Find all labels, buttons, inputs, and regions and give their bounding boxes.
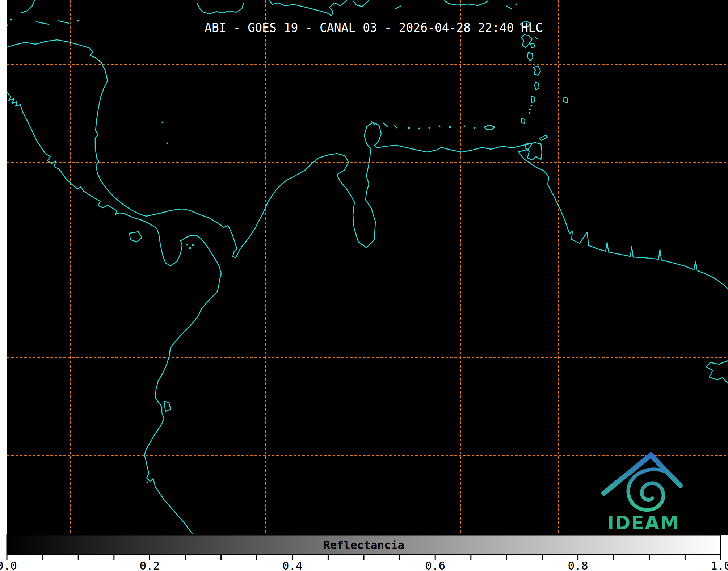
colorbar-tick-label: 0.0 bbox=[0, 559, 17, 571]
island-dot bbox=[192, 244, 194, 246]
island-dot bbox=[4, 31, 6, 33]
satellite-image-viewer: ABI - GOES 19 - CANAL 03 - 2026-04-28 22… bbox=[0, 0, 728, 571]
colorbar-tick-label: 0.4 bbox=[282, 559, 303, 571]
island-dot bbox=[429, 127, 430, 129]
island-dot bbox=[77, 20, 79, 22]
island-dot bbox=[531, 105, 533, 107]
logo-text: IDEAM bbox=[607, 512, 679, 534]
island-dot bbox=[408, 127, 410, 129]
colorbar-tick-label: 0.6 bbox=[425, 559, 445, 571]
island-dot bbox=[529, 109, 531, 110]
colorbar-tick-label: 1.0 bbox=[711, 559, 728, 571]
island-dot bbox=[439, 126, 441, 127]
colorbar-ticks bbox=[7, 555, 721, 560]
island-dot bbox=[147, 482, 148, 483]
island-dot bbox=[162, 122, 164, 123]
satellite-image: ABI - GOES 19 - CANAL 03 - 2026-04-28 22… bbox=[0, 0, 728, 571]
map-background bbox=[7, 0, 728, 535]
island-dot bbox=[418, 128, 420, 130]
island-dot bbox=[186, 244, 188, 246]
colorbar-tick-label: 0.8 bbox=[568, 559, 588, 571]
colorbar-label: Reflectancia bbox=[323, 538, 404, 551]
colorbar-tick-label: 0.2 bbox=[139, 559, 160, 571]
colorbar-tick-labels: 0.00.20.40.60.81.0 bbox=[0, 559, 728, 571]
image-title: ABI - GOES 19 - CANAL 03 - 2026-04-28 22… bbox=[205, 21, 543, 35]
colorbar: 0.00.20.40.60.81.0 Reflectancia bbox=[0, 535, 728, 571]
island-dot bbox=[516, 4, 517, 5]
island-dot bbox=[474, 127, 476, 129]
island-dot bbox=[189, 247, 191, 249]
island-dot bbox=[529, 112, 530, 114]
island-dot bbox=[167, 143, 168, 144]
island-dot bbox=[7, 25, 8, 26]
island-dot bbox=[464, 126, 466, 127]
island-dot bbox=[10, 19, 12, 21]
island-dot bbox=[449, 126, 451, 128]
